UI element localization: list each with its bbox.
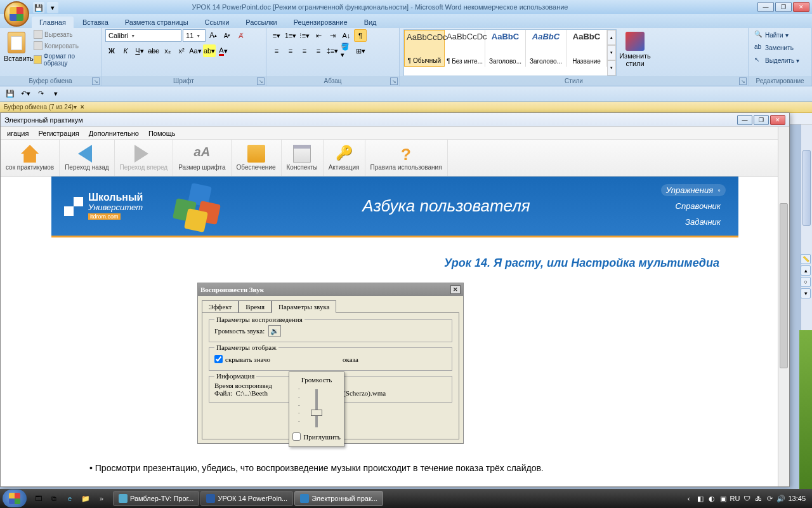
style-title[interactable]: AaBbCНазвание <box>566 30 607 67</box>
align-center-button[interactable]: ≡ <box>284 44 297 57</box>
toolbar-home-button[interactable]: сок практикумов <box>1 140 60 176</box>
grow-font-button[interactable]: A▴ <box>207 29 219 42</box>
ribbon-tab-review[interactable]: Рецензирование <box>286 17 355 28</box>
toolbar-activation-button[interactable]: 🔑Активация <box>324 140 365 176</box>
highlight-button[interactable]: ab▾ <box>203 44 216 57</box>
office-button[interactable] <box>4 1 29 27</box>
indent-inc-button[interactable]: ⇥ <box>326 29 339 42</box>
menu-navigation[interactable]: игация <box>3 128 32 138</box>
practicum-scroll-thumb[interactable] <box>780 203 788 368</box>
indent-dec-button[interactable]: ⇤ <box>312 29 325 42</box>
align-right-button[interactable]: ≡ <box>298 44 311 57</box>
font-color-button[interactable]: A▾ <box>217 44 230 57</box>
underline-button[interactable]: Ч▾ <box>133 44 146 57</box>
tray-network-icon[interactable]: 🖧 <box>754 494 763 503</box>
word-maximize-button[interactable]: ❐ <box>775 2 792 12</box>
style-heading2[interactable]: AaBbCЗаголово... <box>526 30 566 67</box>
bullets-button[interactable]: ≡▾ <box>270 29 283 42</box>
font-size-combo[interactable]: 11▼ <box>183 29 206 42</box>
tray-app3-icon[interactable]: ▣ <box>719 494 728 503</box>
dialog-tab-sound-params[interactable]: Параметры звука <box>272 300 336 313</box>
clipboard-launcher[interactable]: ↘ <box>92 77 100 85</box>
toolbar-rules-button[interactable]: ?Правила использования <box>365 140 448 176</box>
tray-volume-icon[interactable]: 🔊 <box>776 494 785 503</box>
ribbon-tab-insert[interactable]: Вставка <box>75 17 116 28</box>
change-case-button[interactable]: Aa▾ <box>189 44 202 57</box>
dialog-tab-effect[interactable]: Эффект <box>202 300 239 313</box>
taskbar-item-word[interactable]: УРОК 14 PowerPoin... <box>200 491 293 506</box>
shading-button[interactable]: 🪣▾ <box>340 44 353 57</box>
bold-button[interactable]: Ж <box>105 44 118 57</box>
align-left-button[interactable]: ≡ <box>270 44 283 57</box>
select-button[interactable]: ↖Выделить ▾ <box>752 55 801 66</box>
multilevel-button[interactable]: ⁝≡▾ <box>298 29 311 42</box>
next-page-icon[interactable]: ▾ <box>801 288 811 298</box>
copy-button[interactable]: Копировать <box>32 41 97 51</box>
toolbar-resources-button[interactable]: Обеспечение <box>232 140 282 176</box>
styles-expand[interactable]: ▾ <box>607 60 616 76</box>
undo-icon[interactable]: ↶▾ <box>19 88 32 100</box>
strike-button[interactable]: abc <box>147 44 160 57</box>
paste-button[interactable]: Вставить <box>4 29 29 76</box>
style-heading1[interactable]: AaBbCЗаголово... <box>485 30 526 67</box>
numbering-button[interactable]: 1≡▾ <box>284 29 297 42</box>
practicum-content[interactable]: Школьный Университет itdrom.com Азбука п… <box>1 177 789 486</box>
tray-update-icon[interactable]: ⟳ <box>765 494 774 503</box>
tray-shield-icon[interactable]: 🛡 <box>742 494 751 503</box>
clipboard-pane-header[interactable]: Буфер обмена (7 из 24) ▾ × <box>0 102 812 113</box>
practicum-titlebar[interactable]: Электронный практикум — ❐ ✕ <box>1 113 789 127</box>
hide-icon-checkbox[interactable] <box>214 355 223 363</box>
superscript-button[interactable]: x² <box>175 44 188 57</box>
banner-link-problems[interactable]: Задачник <box>661 216 726 228</box>
styles-scroll-down[interactable]: ▾ <box>607 45 616 60</box>
volume-button[interactable]: 🔉 <box>268 325 281 337</box>
change-styles-button[interactable]: Изменить стили <box>619 29 651 76</box>
sound-dialog-titlebar[interactable]: Воспроизвести Звук ✕ <box>198 283 463 296</box>
volume-slider[interactable]: ----- <box>293 386 340 431</box>
find-button[interactable]: 🔍Найти ▾ <box>752 29 801 41</box>
menu-registration[interactable]: Регистрация <box>34 128 82 138</box>
line-spacing-button[interactable]: ‡≡▾ <box>326 44 339 57</box>
prev-page-icon[interactable]: ▴ <box>801 265 811 276</box>
font-launcher[interactable]: ↘ <box>257 77 265 85</box>
paragraph-launcher[interactable]: ↘ <box>390 77 398 85</box>
practicum-scrollbar[interactable] <box>778 127 789 486</box>
styles-scroll-up[interactable]: ▴ <box>607 30 616 45</box>
word-titlebar[interactable]: УРОК 14 PowerPoint.doc [Режим ограниченн… <box>0 0 812 14</box>
clock[interactable]: 13:45 <box>788 495 806 502</box>
font-name-combo[interactable]: Calibri▼ <box>105 29 181 42</box>
format-painter-button[interactable]: Формат по образцу <box>32 52 97 67</box>
save-icon[interactable]: 💾 <box>4 88 16 100</box>
cut-button[interactable]: Вырезать <box>32 29 97 39</box>
ql-switch-icon[interactable]: ⧉ <box>46 491 62 506</box>
ql-ie-icon[interactable]: e <box>62 491 77 506</box>
practicum-close-button[interactable]: ✕ <box>770 115 785 125</box>
toolbar-forward-button[interactable]: Переход вперед <box>115 140 174 176</box>
ribbon-tab-home[interactable]: Главная <box>32 17 74 28</box>
practicum-minimize-button[interactable]: — <box>737 115 752 125</box>
toolbar-notes-button[interactable]: Конспекты <box>282 140 324 176</box>
volume-thumb[interactable] <box>311 410 322 416</box>
banner-link-exercises[interactable]: Упражнения ◦ <box>661 184 726 196</box>
toolbar-back-button[interactable]: Переход назад <box>60 140 114 176</box>
clear-format-button[interactable]: A̸ <box>235 29 247 42</box>
ribbon-tab-mailings[interactable]: Рассылки <box>238 17 284 28</box>
qat-customize[interactable]: ▾ <box>49 88 62 100</box>
justify-button[interactable]: ≡ <box>312 44 325 57</box>
styles-launcher[interactable]: ↘ <box>739 77 747 85</box>
ribbon-tab-view[interactable]: Вид <box>357 17 384 28</box>
qat-dropdown-icon[interactable]: ▾ <box>47 2 58 13</box>
taskbar-item-practicum[interactable]: Электронный прак... <box>294 491 383 506</box>
ruler-toggle-icon[interactable]: 📏 <box>801 254 811 264</box>
banner-link-reference[interactable]: Справочник <box>661 200 726 212</box>
menu-extra[interactable]: Дополнительно <box>85 128 143 138</box>
toolbar-fontsize-button[interactable]: aAРазмер шрифта <box>173 140 231 176</box>
taskbar-item-browser[interactable]: Рамблер-TV: Прог... <box>113 491 199 506</box>
tray-app1-icon[interactable]: ◧ <box>696 494 705 503</box>
style-nospacing[interactable]: AaBbCcDc¶ Без инте... <box>445 30 485 67</box>
language-indicator[interactable]: RU <box>730 495 740 502</box>
mute-checkbox[interactable] <box>292 432 301 441</box>
show-marks-button[interactable]: ¶ <box>354 29 367 42</box>
word-close-button[interactable]: ✕ <box>793 2 809 12</box>
ribbon-tab-references[interactable]: Ссылки <box>197 17 237 28</box>
